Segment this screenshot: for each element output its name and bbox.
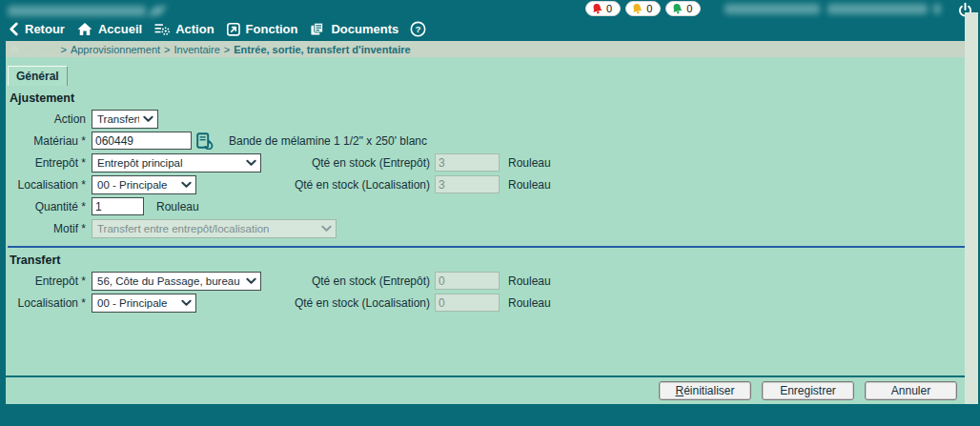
section-title-ajustement: Ajustement: [10, 91, 965, 105]
right-margin-strip: [965, 12, 978, 404]
list-gear-icon: [153, 22, 171, 36]
alarm-count-green: 0: [686, 3, 692, 14]
action-label: Action: [10, 112, 86, 126]
documents-icon: [309, 22, 326, 36]
bell-yellow-icon: [630, 1, 644, 15]
nav-label: Documents: [331, 22, 398, 36]
bell-red-icon: [590, 1, 604, 15]
nav-bar: Retour Accueil Action Fonction: [8, 17, 972, 41]
qte-entrepot-label: Qté en stock (Entrepôt): [279, 156, 430, 170]
nav-item-action[interactable]: Action: [153, 22, 214, 36]
svg-text:?: ?: [416, 24, 421, 34]
entrepot-label: Entrepôt *: [10, 156, 86, 170]
qty-localisation-group: Qté en stock (Localisation) Rouleau: [279, 175, 551, 193]
breadcrumb-separator: >: [164, 44, 170, 55]
localisation-select-value: 00 - Principale: [97, 179, 168, 191]
alarm-badges: 0 0 0: [585, 1, 701, 16]
chevron-down-icon: [246, 159, 256, 167]
nav-item-retour[interactable]: Retour: [8, 22, 65, 36]
tab-general[interactable]: Général: [8, 66, 68, 86]
section-divider: [8, 246, 965, 248]
breadcrumb-separator: >: [224, 44, 230, 55]
qte-localisation-label: Qté en stock (Localisation): [279, 178, 430, 192]
entrepot-select[interactable]: Entrepôt principal: [92, 153, 261, 172]
main-content: Général Ajustement Action Transfert Maté…: [6, 57, 965, 404]
help-button[interactable]: ?: [410, 21, 426, 37]
button-bar: Réinitialiser Enregistrer Annuler: [6, 375, 965, 404]
qte-entrepot-input: [435, 153, 500, 172]
redacted-user-info: [725, 4, 820, 14]
transfert-qte-localisation-label: Qté en stock (Localisation): [279, 296, 430, 310]
action-select[interactable]: Transfert: [92, 110, 158, 129]
nav-label: Retour: [25, 22, 65, 36]
transfert-qte-localisation-input: [435, 294, 500, 312]
localisation-select[interactable]: 00 - Principale: [92, 175, 196, 194]
redacted-mark: [148, 6, 166, 16]
redacted-company-name: [8, 6, 146, 16]
transfert-localisation-select-value: 00 - Principale: [97, 297, 168, 309]
breadcrumb: Accueil > Approvisionnement > Inventaire…: [6, 41, 965, 57]
qte-localisation-input: [435, 175, 500, 193]
form-row-motif: Motif * Transfert entre entrepôt/localis…: [10, 217, 965, 239]
breadcrumb-item-approvisionnement[interactable]: Approvisionnement: [71, 44, 160, 55]
quantite-input[interactable]: [92, 197, 144, 215]
cancel-button[interactable]: Annuler: [865, 381, 957, 400]
clipboard-refresh-icon: [196, 132, 214, 150]
entrepot-select-value: Entrepôt principal: [97, 157, 183, 169]
breadcrumb-item-inventaire[interactable]: Inventaire: [174, 44, 220, 55]
chevron-down-icon: [143, 115, 153, 123]
section-title-transfert: Transfert: [10, 254, 965, 267]
unit-label: Rouleau: [508, 296, 551, 310]
motif-select: Transfert entre entrepôt/localisation: [92, 219, 337, 238]
breadcrumb-home[interactable]: Accueil: [10, 44, 56, 55]
nav-label: Fonction: [246, 22, 298, 36]
reset-button[interactable]: Réinitialiser: [659, 381, 751, 400]
nav-item-documents[interactable]: Documents: [309, 22, 398, 36]
breadcrumb-current-page: Entrée, sortie, transfert d'inventaire: [234, 44, 410, 55]
form-row-transfert-localisation: Localisation * 00 - Principale Qté en st…: [10, 292, 965, 314]
transfert-localisation-select[interactable]: 00 - Principale: [92, 294, 196, 313]
alarm-badge-yellow[interactable]: 0: [625, 1, 661, 16]
alarm-badge-red[interactable]: 0: [585, 1, 621, 16]
redacted-mark: [933, 4, 941, 14]
materiau-label: Matériau *: [10, 134, 86, 148]
motif-select-value: Transfert entre entrepôt/localisation: [97, 223, 269, 234]
qty-transfert-entrepot-group: Qté en stock (Entrepôt) Rouleau: [279, 272, 551, 290]
save-button[interactable]: Enregistrer: [762, 381, 854, 400]
form-row-transfert-entrepot: Entrepôt * 56, Côte du Passage, bureau Q…: [10, 270, 965, 292]
localisation-label: Localisation *: [10, 178, 86, 192]
alarm-count-yellow: 0: [646, 3, 652, 14]
nav-item-accueil[interactable]: Accueil: [76, 22, 142, 36]
nav-item-fonction[interactable]: Fonction: [226, 22, 298, 36]
action-select-value: Transfert: [97, 113, 139, 125]
chevron-down-icon: [181, 299, 192, 307]
transfert-entrepot-select[interactable]: 56, Côte du Passage, bureau: [92, 272, 261, 291]
chevron-down-icon: [321, 225, 332, 233]
qty-transfert-localisation-group: Qté en stock (Localisation) Rouleau: [279, 294, 551, 312]
form-row-materiau: Matériau * Bande de mélamine 1 1/2" x 25…: [10, 130, 965, 152]
unit-label: Rouleau: [508, 274, 551, 288]
redacted-user-info: [827, 4, 928, 14]
bell-green-icon: [670, 1, 684, 15]
form-row-localisation: Localisation * 00 - Principale Qté en st…: [10, 173, 965, 195]
transfert-qte-entrepot-input: [435, 272, 500, 290]
transfert-entrepot-label: Entrepôt *: [10, 274, 86, 288]
box-arrow-icon: [226, 22, 241, 36]
home-icon: [10, 45, 20, 54]
unit-label: Rouleau: [508, 156, 551, 170]
chevron-left-icon: [8, 22, 20, 36]
motif-label: Motif *: [10, 222, 86, 235]
materiau-lookup-button[interactable]: [196, 132, 214, 150]
nav-label: Accueil: [98, 22, 142, 36]
materiau-description: Bande de mélamine 1 1/2" x 250' blanc: [229, 134, 427, 148]
chevron-down-icon: [246, 277, 256, 285]
application-window: 0 0 0 Retour Accueil: [0, 0, 980, 426]
breadcrumb-home-label: Accueil: [23, 44, 56, 55]
transfert-localisation-label: Localisation *: [10, 296, 86, 310]
chevron-down-icon: [181, 181, 192, 189]
qty-entrepot-group: Qté en stock (Entrepôt) Rouleau: [279, 153, 551, 172]
unit-label: Rouleau: [156, 200, 199, 213]
materiau-input[interactable]: [92, 132, 192, 150]
alarm-badge-green[interactable]: 0: [665, 1, 701, 16]
form-row-entrepot: Entrepôt * Entrepôt principal Qté en sto…: [10, 152, 965, 173]
